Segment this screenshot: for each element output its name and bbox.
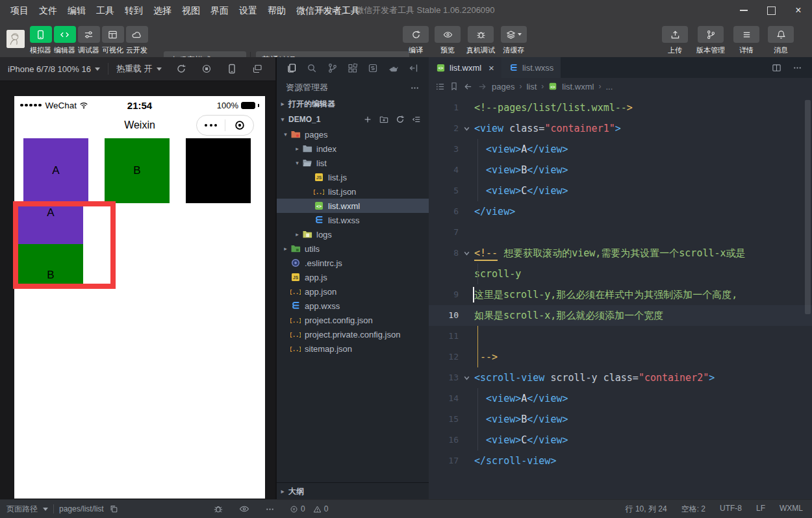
- code-line[interactable]: 10如果是scroll-x,那么就必须添加一个宽度: [429, 305, 812, 326]
- bookmark-icon[interactable]: [450, 82, 459, 91]
- tree-item-project.config.json[interactable]: {..}project.config.json: [277, 313, 429, 327]
- tab-list.wxss[interactable]: list.wxss: [501, 57, 561, 78]
- menu-item[interactable]: 编辑: [62, 0, 91, 21]
- breadcrumb-item[interactable]: pages: [492, 82, 514, 92]
- device-select[interactable]: iPhone 6/7/8 100% 16: [8, 64, 91, 74]
- tree-item-.eslintrc.js[interactable]: .eslintrc.js: [277, 256, 429, 270]
- capsule-button[interactable]: [196, 115, 254, 136]
- maximize-button[interactable]: [757, 0, 785, 21]
- view-box[interactable]: B: [105, 138, 170, 203]
- 模拟器-button[interactable]: 模拟器: [29, 26, 53, 55]
- preview-eye-icon[interactable]: [239, 504, 249, 514]
- code-line[interactable]: 8<!-- 想要获取滚动的view,需要为其设置一个scroll-x或是: [429, 243, 812, 264]
- cursor-position[interactable]: 行 10, 列 24: [626, 504, 667, 515]
- scroll-view-item[interactable]: A: [18, 206, 83, 244]
- code-line[interactable]: 1<!--pages/list/list.wxml-->: [429, 97, 812, 118]
- widgets-icon[interactable]: [368, 63, 378, 73]
- close-tab-icon[interactable]: ×: [488, 63, 494, 73]
- code-line[interactable]: scroll-y: [429, 264, 812, 284]
- tree-item-index[interactable]: ▸index: [277, 142, 429, 156]
- tree-item-list[interactable]: ▾list: [277, 156, 429, 170]
- scroll-view-container2[interactable]: AB: [13, 201, 116, 289]
- vconsole-icon[interactable]: [213, 504, 223, 514]
- device-frame-icon[interactable]: [227, 64, 237, 74]
- code-line[interactable]: 3 <view>A</view>: [429, 139, 812, 160]
- code-area[interactable]: 1<!--pages/list/list.wxml-->2<view class…: [429, 95, 812, 500]
- code-line[interactable]: 17</scroll-view>: [429, 450, 812, 471]
- search-icon[interactable]: [307, 63, 317, 73]
- menu-item[interactable]: 帮助: [262, 0, 291, 21]
- outline-list-icon[interactable]: [435, 82, 445, 92]
- code-line[interactable]: 5 <view>C</view>: [429, 180, 812, 201]
- problems-indicator[interactable]: 0 0: [290, 504, 328, 513]
- 清缓存-button[interactable]: 清缓存: [501, 26, 527, 55]
- tree-item-utils[interactable]: ▸utils: [277, 241, 429, 256]
- tree-item-list.js[interactable]: JSlist.js: [277, 170, 429, 184]
- code-line[interactable]: 16 <view>C</view>: [429, 430, 812, 450]
- 详情-button[interactable]: 详情: [733, 26, 759, 55]
- editor-scrollbar[interactable]: [805, 100, 811, 314]
- files-icon[interactable]: [286, 63, 297, 73]
- split-editor-icon[interactable]: [772, 63, 781, 73]
- mock-icon[interactable]: [388, 63, 399, 73]
- project-section[interactable]: ▾ DEMO_1: [277, 112, 429, 127]
- fold-chevron-icon[interactable]: [459, 118, 474, 139]
- tree-item-pages[interactable]: ▾pages: [277, 127, 429, 142]
- tree-item-app.wxss[interactable]: app.wxss: [277, 299, 429, 313]
- code-line[interactable]: 14 <view>A</view>: [429, 388, 812, 409]
- code-line[interactable]: 7: [429, 222, 812, 243]
- minimize-button[interactable]: [730, 0, 757, 21]
- eol[interactable]: LF: [756, 504, 765, 515]
- more-icon[interactable]: [265, 504, 275, 514]
- 预览-button[interactable]: 预览: [435, 26, 461, 55]
- tree-item-list.wxss[interactable]: list.wxss: [277, 213, 429, 227]
- phone-preview[interactable]: WeChat 21:54 100% Weixin AB AB: [14, 96, 265, 499]
- 云开发-button[interactable]: 云开发: [125, 26, 149, 55]
- navigate-forward-icon[interactable]: [477, 82, 487, 92]
- tree-item-sitemap.json[interactable]: {..}sitemap.json: [277, 341, 429, 356]
- 编辑器-button[interactable]: 编辑器: [53, 26, 77, 55]
- menu-item[interactable]: 界面: [205, 0, 234, 21]
- new-folder-icon[interactable]: [379, 115, 388, 124]
- code-line[interactable]: 13<scroll-view scroll-y class="container…: [429, 367, 812, 388]
- menu-item[interactable]: 视图: [177, 0, 205, 21]
- code-line[interactable]: 2<view class="container1">: [429, 118, 812, 139]
- view-box[interactable]: A: [23, 138, 88, 203]
- tree-item-app.json[interactable]: {..}app.json: [277, 284, 429, 299]
- 版本管理-button[interactable]: 版本管理: [696, 26, 725, 55]
- menu-item[interactable]: 设置: [234, 0, 262, 21]
- language-mode[interactable]: WXML: [780, 504, 803, 515]
- tree-item-project.private.config.json[interactable]: {..}project.private.config.json: [277, 327, 429, 341]
- exit-target-icon[interactable]: [225, 119, 253, 131]
- avatar[interactable]: [6, 30, 25, 48]
- 消息-button[interactable]: 消息: [768, 26, 794, 55]
- more-actions-icon[interactable]: [410, 83, 420, 93]
- code-line[interactable]: 11: [429, 326, 812, 347]
- outline-section[interactable]: ▸ 大纲: [277, 482, 429, 500]
- refresh-simulator-icon[interactable]: [176, 64, 186, 74]
- code-line[interactable]: 6</view>: [429, 201, 812, 222]
- 可视化-button[interactable]: 可视化: [101, 26, 125, 55]
- menu-item[interactable]: 转到: [120, 0, 148, 21]
- code-line[interactable]: 15 <view>B</view>: [429, 409, 812, 430]
- fold-chevron-icon[interactable]: [459, 243, 474, 264]
- scroll-view-item[interactable]: B: [18, 244, 83, 284]
- copy-icon[interactable]: [109, 504, 118, 513]
- 上传-button[interactable]: 上传: [662, 26, 688, 55]
- 真机调试-button[interactable]: 真机调试: [466, 26, 495, 55]
- page-path-select[interactable]: 页面路径: [6, 504, 38, 515]
- tree-item-logs[interactable]: ▸logs: [277, 227, 429, 241]
- code-line[interactable]: 9这里是scroll-y,那么必须在样式中为其强制添加一个高度,: [429, 284, 812, 305]
- tree-item-app.js[interactable]: JSapp.js: [277, 270, 429, 284]
- view-box[interactable]: [186, 138, 251, 203]
- collapse-folders-icon[interactable]: [412, 115, 421, 124]
- collapse-panel-icon[interactable]: [409, 63, 419, 73]
- new-file-icon[interactable]: [363, 115, 372, 124]
- code-line[interactable]: 12 -->: [429, 347, 812, 367]
- fold-chevron-icon[interactable]: [459, 367, 474, 388]
- menu-item[interactable]: 选择: [148, 0, 177, 21]
- navigate-back-icon[interactable]: [463, 82, 473, 92]
- code-line[interactable]: 4 <view>B</view>: [429, 160, 812, 180]
- tree-item-list.wxml[interactable]: <>list.wxml: [277, 199, 429, 213]
- 编译-button[interactable]: 编译: [403, 26, 429, 55]
